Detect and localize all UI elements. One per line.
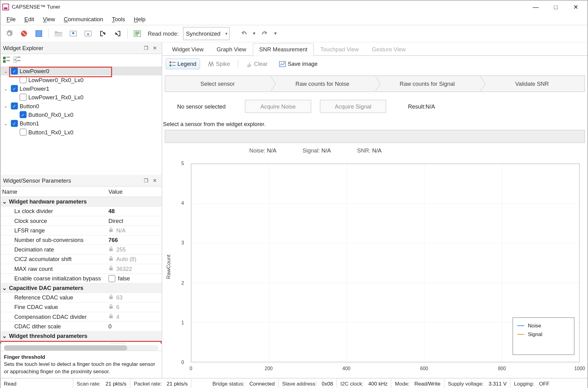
- tab-snr[interactable]: SNR Measurement: [253, 43, 314, 56]
- checkbox-checked-icon[interactable]: ✓: [11, 85, 18, 92]
- menu-communication[interactable]: Communication: [59, 14, 107, 24]
- chevron-down-icon[interactable]: ⌄: [2, 68, 9, 75]
- tab-widget-view[interactable]: Widget View: [166, 43, 210, 55]
- disconnect-icon[interactable]: [18, 27, 30, 40]
- stop-icon[interactable]: [33, 27, 45, 40]
- tree-item-lowpower0[interactable]: ⌄ ✓ LowPower0: [0, 67, 162, 75]
- tree-item-button0[interactable]: ⌄ ✓ Button0: [0, 101, 162, 110]
- tree-item-lowpower1-rx0[interactable]: LowPower1_Rx0_Lx0: [0, 93, 162, 101]
- param-row[interactable]: Decimation rate255: [0, 245, 162, 255]
- param-row[interactable]: Number of sub-conversions766: [0, 236, 162, 245]
- menu-help[interactable]: Help: [129, 14, 150, 24]
- arrow-select-sensor[interactable]: Select sensor: [165, 76, 270, 92]
- log-icon[interactable]: [131, 27, 144, 40]
- checkbox-checked-icon[interactable]: ✓: [11, 68, 18, 75]
- legend-button[interactable]: Legend: [166, 58, 200, 69]
- param-row[interactable]: Clock sourceDirect: [0, 216, 162, 226]
- checkbox-checked-icon[interactable]: ✓: [11, 120, 18, 127]
- close-icon[interactable]: ✕: [150, 44, 159, 52]
- widget-explorer-tree[interactable]: ⌄ ✓ LowPower0 LowPower0_Rx0_Lx0 ⌄ ✓ LowP…: [0, 67, 162, 175]
- chevron-down-icon[interactable]: ⌄: [2, 333, 7, 339]
- param-value: Auto (8): [116, 256, 137, 262]
- tree-item-lowpower1[interactable]: ⌄ ✓ LowPower1: [0, 84, 162, 93]
- menu-edit[interactable]: Edit: [20, 14, 38, 24]
- settings-icon[interactable]: [3, 27, 15, 40]
- tree-item-button1-rx0[interactable]: Button1_Rx0_Lx0: [0, 128, 162, 136]
- collapse-tree-icon[interactable]: [14, 57, 21, 64]
- checkbox-unchecked-icon[interactable]: [20, 94, 27, 101]
- window-maximize-button[interactable]: □: [546, 0, 566, 14]
- chevron-down-icon[interactable]: ⌄: [2, 102, 9, 109]
- clear-button[interactable]: Clear: [243, 59, 271, 69]
- upload-icon[interactable]: [82, 27, 94, 40]
- chart-plot[interactable]: Noise Signal 01234502004006008001000: [173, 159, 584, 374]
- svg-rect-24: [109, 268, 113, 271]
- redo-dropdown[interactable]: ▼: [273, 31, 278, 36]
- menu-tools[interactable]: Tools: [108, 14, 129, 24]
- param-row[interactable]: CIC2 accumulator shiftAuto (8): [0, 255, 162, 264]
- window-minimize-button[interactable]: —: [526, 0, 546, 14]
- spike-button[interactable]: Spike: [205, 59, 234, 69]
- menu-file[interactable]: File: [2, 14, 20, 24]
- read-mode-value: Synchronized: [186, 30, 220, 37]
- dock-icon[interactable]: ❐: [142, 176, 150, 185]
- svg-point-34: [283, 62, 285, 63]
- read-mode-select[interactable]: Synchronized ▾: [183, 27, 229, 40]
- chevron-down-icon[interactable]: ⌄: [2, 198, 7, 205]
- expand-tree-icon[interactable]: [3, 57, 10, 64]
- menu-view[interactable]: View: [38, 14, 59, 24]
- tab-graph-view[interactable]: Graph View: [210, 43, 253, 55]
- param-row[interactable]: Finger threshold65535: [0, 341, 162, 344]
- snr-progress-empty-bar: [165, 130, 585, 143]
- param-group-header: ⌄Widget hardware parameters: [0, 197, 162, 207]
- checkbox-unchecked-icon[interactable]: [20, 129, 27, 136]
- download-icon[interactable]: [67, 27, 79, 40]
- horizontal-scrollbar[interactable]: [4, 345, 158, 350]
- chart-x-tick: 800: [498, 366, 506, 371]
- undo-dropdown[interactable]: ▼: [251, 31, 257, 36]
- save-image-button[interactable]: Save image: [275, 59, 321, 69]
- tab-gesture[interactable]: Gesture View: [365, 43, 412, 55]
- tree-item-lowpower0-rx0[interactable]: LowPower0_Rx0_Lx0: [0, 75, 162, 84]
- tree-item-button1[interactable]: ⌄ ✓ Button1: [0, 119, 162, 128]
- arrow-noise[interactable]: Raw counts for Noise: [270, 76, 375, 92]
- export-icon[interactable]: [112, 27, 124, 40]
- redo-button[interactable]: [259, 28, 270, 39]
- param-row[interactable]: Lx clock divider48: [0, 207, 162, 216]
- param-row[interactable]: CDAC dither scale0: [0, 322, 162, 331]
- open-icon[interactable]: [52, 27, 65, 40]
- chart-legend: Noise Signal: [513, 317, 574, 355]
- param-row[interactable]: Fine CDAC value6: [0, 303, 162, 312]
- acquire-noise-button[interactable]: Acquire Noise: [245, 100, 311, 113]
- chevron-down-icon[interactable]: ⌄: [2, 85, 9, 92]
- tree-item-button0-rx0[interactable]: ✓ Button0_Rx0_Lx0: [0, 110, 162, 119]
- svg-rect-17: [14, 57, 16, 59]
- param-row[interactable]: Compensation CDAC divider4: [0, 312, 162, 322]
- chevron-down-icon: ▾: [225, 31, 227, 36]
- chart-y-tick: 1: [181, 320, 184, 325]
- chart-y-tick: 0: [181, 360, 184, 365]
- acquire-signal-button[interactable]: Acquire Signal: [320, 100, 386, 113]
- window-close-button[interactable]: ✕: [566, 0, 586, 14]
- arrow-validate[interactable]: Validate SNR: [480, 76, 585, 92]
- arrow-signal[interactable]: Raw counts for Signal: [375, 76, 479, 92]
- param-row[interactable]: Reference CDAC value63: [0, 293, 162, 303]
- param-row[interactable]: Enable coarse initialization bypassfalse: [0, 274, 162, 283]
- checkbox-unchecked-icon[interactable]: [20, 76, 27, 83]
- chevron-down-icon[interactable]: ⌄: [2, 120, 9, 127]
- checkbox-unchecked-icon[interactable]: [109, 275, 116, 282]
- checkbox-checked-icon[interactable]: ✓: [20, 111, 27, 118]
- svg-rect-27: [109, 316, 113, 319]
- close-icon[interactable]: ✕: [150, 176, 159, 185]
- tab-touchpad[interactable]: Touchpad View: [314, 43, 365, 55]
- app-icon: [2, 3, 9, 10]
- param-row[interactable]: LFSR rangeN/A: [0, 226, 162, 236]
- chevron-down-icon[interactable]: ⌄: [2, 285, 7, 291]
- undo-button[interactable]: [238, 28, 249, 39]
- import-icon[interactable]: [97, 27, 109, 40]
- parameters-table[interactable]: ⌄Widget hardware parametersLx clock divi…: [0, 197, 162, 344]
- checkbox-checked-icon[interactable]: ✓: [11, 102, 18, 109]
- param-group-header: ⌄Widget threshold parameters: [0, 331, 162, 341]
- param-row[interactable]: MAX raw count36322: [0, 264, 162, 274]
- dock-icon[interactable]: ❐: [142, 44, 150, 52]
